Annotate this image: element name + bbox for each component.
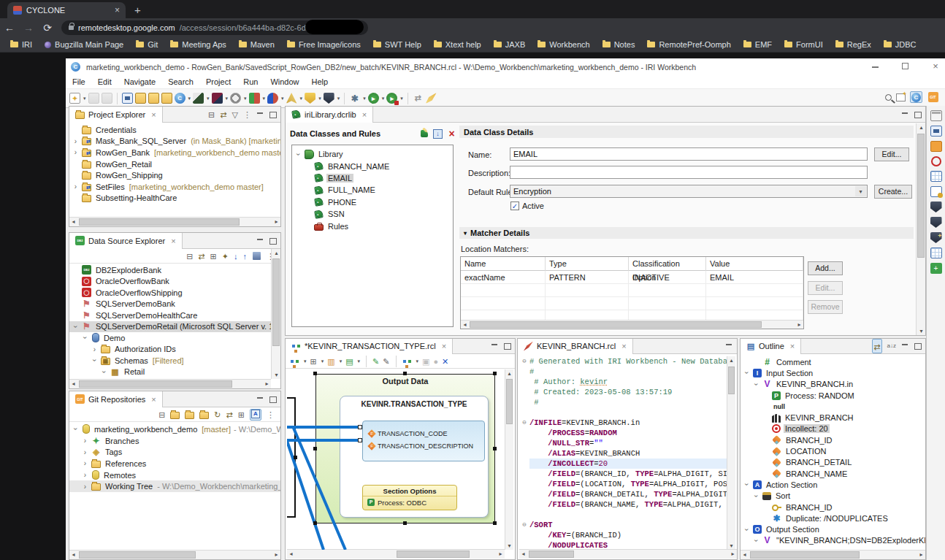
schedule-icon[interactable] (230, 93, 241, 104)
bookmark-item[interactable]: JAXB (494, 40, 526, 49)
view-menu-icon[interactable]: ⋮ (243, 110, 251, 119)
minimize-button[interactable] (871, 61, 881, 72)
minimize-editor-icon[interactable] (901, 111, 908, 118)
twistie-icon[interactable]: › (752, 381, 760, 388)
sort-job-icon[interactable] (249, 93, 260, 104)
tree-item[interactable]: BRANCH_NAME (292, 160, 453, 172)
table-view-2-icon[interactable] (930, 248, 942, 258)
editor-tab-close-icon[interactable]: × (621, 342, 626, 350)
link-editor-icon[interactable]: ⇄ (220, 110, 226, 119)
forward-icon[interactable]: → (19, 22, 38, 34)
menu-edit[interactable]: Edit (98, 77, 112, 86)
table-view-icon[interactable] (930, 171, 942, 182)
twistie-icon[interactable]: › (72, 137, 79, 145)
menu-window[interactable]: Window (270, 77, 299, 86)
reload-icon[interactable]: ⟳ (38, 22, 57, 34)
twistie-icon[interactable]: › (82, 483, 88, 491)
horizontal-scrollbar[interactable]: ◂▸ (741, 550, 925, 559)
kevinr-branch-tab[interactable]: KEVINR_BRANCH.rcl × (518, 339, 633, 354)
twistie-icon[interactable]: › (752, 493, 760, 499)
tree-item[interactable]: ›"KEVINR_BRANCH;DSN=DB2ExploderKE (741, 535, 925, 546)
record-icon[interactable]: ● (433, 357, 438, 366)
hierarchy-icon[interactable] (403, 360, 406, 363)
search-icon[interactable] (885, 94, 892, 101)
tree-item[interactable]: ›Demo (69, 332, 271, 344)
new-grid-view-icon[interactable] (930, 263, 942, 274)
default-rule-select[interactable]: Encryption▾ (510, 185, 868, 198)
layout-icon[interactable]: ⊞ (310, 357, 317, 366)
open-perspective-icon[interactable] (896, 93, 906, 101)
restore-pane-icon[interactable] (930, 110, 942, 121)
horizontal-scrollbar[interactable]: ◂▸ (519, 549, 737, 559)
editor-tab-close-icon[interactable]: × (442, 342, 446, 350)
tree-item[interactable]: FULL_NAME (292, 184, 453, 196)
git-repositories-tab[interactable]: GIT Git Repositories × (69, 391, 163, 407)
horizontal-scrollbar[interactable]: ◂▸ (69, 379, 271, 388)
view-close-icon[interactable]: × (151, 395, 156, 404)
anchor-point[interactable] (358, 438, 362, 442)
copy-icon[interactable]: ▣ (422, 357, 429, 366)
maximize-view-icon[interactable] (269, 396, 276, 403)
twistie-icon[interactable]: › (82, 459, 88, 467)
shield-view-plus-icon[interactable] (930, 232, 942, 243)
new-element-icon[interactable]: ✎ (372, 357, 379, 366)
maximize-view-icon[interactable] (269, 237, 276, 245)
settings-icon[interactable] (349, 93, 360, 104)
save-all-icon[interactable] (102, 93, 112, 104)
tree-item[interactable]: Comment (741, 356, 925, 367)
edit-element-icon[interactable]: ✎ (383, 357, 389, 366)
twistie-icon[interactable]: › (743, 369, 751, 376)
bookmark-item[interactable]: Xtext help (434, 40, 481, 49)
tree-item[interactable]: OracleOverflowBank (69, 276, 271, 288)
create-button[interactable]: Create... (874, 185, 912, 199)
sort-az-icon[interactable]: a↓z (887, 342, 896, 350)
export-icon[interactable]: ↑ (243, 252, 248, 261)
palette-icon[interactable] (291, 360, 294, 363)
iri-perspective-icon[interactable] (910, 91, 922, 103)
console-view-icon[interactable] (930, 126, 942, 137)
import-data-class-icon[interactable] (433, 129, 443, 139)
view-close-icon[interactable]: × (171, 237, 175, 245)
push-pull-icon[interactable]: ⇄ (226, 410, 233, 419)
twistie-icon[interactable]: › (82, 448, 88, 456)
open-folder-icon[interactable] (161, 93, 172, 104)
zoom-mode-icon[interactable]: ▤ (345, 357, 353, 366)
scheduler-view-icon[interactable] (930, 186, 942, 197)
shield-view-1-icon[interactable] (930, 202, 942, 212)
tree-item[interactable]: ›Authorization IDs (69, 344, 271, 356)
link-editor-selected[interactable]: ⇄ (872, 339, 881, 353)
tree-item[interactable]: ›SQLServerDemoRetail (Microsoft SQL Serv… (69, 321, 271, 333)
bookmark-item[interactable]: Maven (239, 40, 275, 49)
window-titlebar[interactable]: marketing_workbench_demo - RowGen_Bank/S… (66, 58, 945, 75)
twistie-icon[interactable]: › (743, 481, 751, 488)
matcher-details-header[interactable]: ▾Matcher Details (459, 227, 914, 239)
tree-item[interactable]: Credentials (69, 124, 280, 136)
active-checkbox[interactable]: ✓ (510, 202, 519, 210)
tree-item[interactable]: BRANCH_ID (741, 502, 925, 513)
tree-item[interactable]: ›Sort (741, 491, 925, 502)
column-header[interactable]: Name (461, 257, 546, 271)
columns-icon[interactable]: ▥ (327, 357, 334, 366)
maximize-editor-icon[interactable] (503, 342, 510, 350)
diagram-canvas[interactable]: Output Data KEVINR.TRANSACTION_TYPE TRAN… (287, 369, 505, 550)
link-editor-icon[interactable]: ⇄ (198, 252, 204, 261)
tree-item[interactable]: EMAIL (292, 172, 453, 184)
delete-data-class-icon[interactable] (447, 129, 456, 139)
bookmark-item[interactable]: SWT Help (373, 40, 421, 49)
tree-item[interactable]: Incollect: 20 (741, 423, 925, 434)
new-tab-button[interactable]: + (134, 4, 141, 15)
bookmark-view-icon[interactable] (930, 141, 942, 152)
run-database-icon[interactable] (386, 93, 397, 104)
tree-item[interactable]: BRANCH_ID (741, 434, 925, 445)
iri-wizards-icon[interactable] (175, 93, 185, 104)
clone-repository-icon[interactable] (185, 412, 194, 419)
tree-item[interactable]: RowGen_Shipping (69, 169, 280, 181)
menu-file[interactable]: File (72, 77, 85, 86)
minimize-view-icon[interactable] (256, 111, 264, 118)
irilibrary-tab[interactable]: iriLibrary.dcrlib × (286, 107, 373, 123)
minimize-editor-icon[interactable] (725, 342, 732, 350)
menu-help[interactable]: Help (312, 77, 329, 86)
column-header[interactable]: Type (546, 257, 629, 271)
clean-icon[interactable] (426, 93, 437, 104)
tree-item[interactable]: Duplicate: /NODUPLICATES (741, 513, 925, 523)
